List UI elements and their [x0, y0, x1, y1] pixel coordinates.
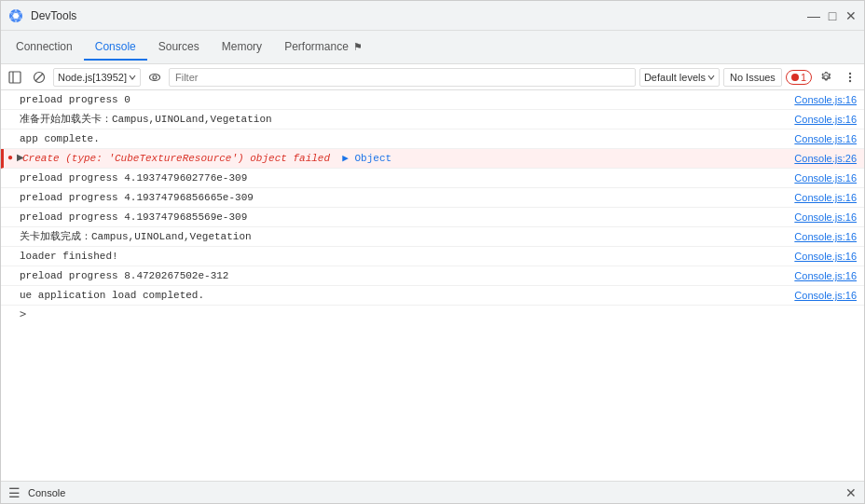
error-count: 1	[801, 72, 806, 83]
console-source-link[interactable]: Console.js:16	[787, 249, 864, 264]
nav-tabs: Connection Console Sources Memory Perfor…	[1, 31, 864, 64]
console-source-link[interactable]: Console.js:16	[787, 210, 864, 225]
console-message: 关卡加载完成：Campus,UINOLand,Vegetation	[20, 229, 787, 244]
performance-icon: ⚑	[353, 41, 363, 53]
console-message: preload progress 8.4720267502e-312	[20, 268, 787, 283]
bottom-close-button[interactable]: ✕	[845, 485, 857, 500]
no-issues-label: No Issues	[730, 72, 776, 83]
error-dot	[791, 74, 799, 81]
console-row: app complete. Console.js:16	[1, 129, 864, 149]
console-source-link[interactable]: Console.js:16	[787, 288, 864, 303]
tab-sources[interactable]: Sources	[147, 34, 211, 61]
console-row: preload progress 0 Console.js:16	[1, 90, 864, 110]
console-row: ue application load completed. Console.j…	[1, 286, 864, 306]
console-toolbar: Node.js[13952] Default levels No Issues …	[1, 64, 864, 90]
console-message: loader finished!	[20, 249, 787, 264]
default-levels-dropdown[interactable]: Default levels	[639, 68, 720, 87]
svg-line-5	[35, 74, 43, 81]
expand-arrow-icon[interactable]: ▶	[17, 152, 24, 162]
svg-point-9	[849, 75, 851, 77]
console-message: preload progress 4.19374796856665e-309	[20, 190, 787, 205]
console-source-link[interactable]: Console.js:16	[787, 112, 864, 127]
devtools-icon	[8, 8, 23, 23]
console-message: 准备开始加载关卡：Campus,UINOLand,Vegetation	[20, 112, 787, 127]
error-keyword: Create (type: 'CubeTextureResource') obj…	[22, 153, 330, 164]
console-row: 准备开始加载关卡：Campus,UINOLand,Vegetation Cons…	[1, 110, 864, 129]
console-input-row: >	[1, 306, 864, 322]
console-output: preload progress 0 Console.js:16 准备开始加载关…	[1, 90, 864, 481]
sidebar-toggle-button[interactable]	[5, 67, 25, 88]
console-message: preload progress 4.1937479602776e-309	[20, 170, 787, 185]
console-row: 关卡加载完成：Campus,UINOLand,Vegetation Consol…	[1, 227, 864, 247]
object-link[interactable]: ▶ Object	[342, 153, 391, 164]
window-controls: — □ ✕	[808, 10, 857, 21]
console-row: loader finished! Console.js:16	[1, 247, 864, 266]
default-levels-label: Default levels	[644, 72, 706, 83]
title-bar: DevTools — □ ✕	[1, 1, 864, 31]
console-message: preload progress 0	[20, 92, 787, 107]
console-source-link[interactable]: Console.js:16	[787, 229, 864, 244]
console-source-link[interactable]: Console.js:16	[787, 170, 864, 185]
svg-point-1	[13, 13, 19, 19]
console-row-error: ● ▶ Create (type: 'CubeTextureResource')…	[1, 149, 864, 169]
svg-point-10	[849, 79, 851, 81]
svg-point-8	[849, 72, 851, 74]
close-button[interactable]: ✕	[845, 10, 857, 21]
filter-input[interactable]	[169, 68, 636, 87]
ban-icon	[33, 71, 46, 84]
tab-console[interactable]: Console	[84, 34, 147, 61]
levels-chevron-icon	[707, 74, 715, 81]
console-source-link[interactable]: Console.js:16	[787, 131, 864, 146]
more-options-button[interactable]	[840, 67, 860, 88]
settings-button[interactable]	[816, 67, 836, 88]
console-source-link[interactable]: Console.js:16	[787, 92, 864, 107]
console-message: ue application load completed.	[20, 288, 787, 303]
eye-icon	[148, 71, 161, 84]
window-title: DevTools	[31, 9, 76, 22]
eye-button[interactable]	[144, 67, 165, 88]
console-source-link[interactable]: Console.js:16	[787, 268, 864, 283]
more-icon	[844, 71, 857, 84]
tab-performance[interactable]: Performance ⚑	[273, 34, 374, 61]
clear-console-button[interactable]	[29, 67, 49, 88]
console-source-link[interactable]: Console.js:26	[787, 151, 864, 166]
console-row: preload progress 8.4720267502e-312 Conso…	[1, 266, 864, 286]
error-icon: ●	[7, 152, 13, 162]
tab-connection[interactable]: Connection	[5, 34, 84, 61]
prompt-symbol: >	[20, 307, 26, 320]
console-message: app complete.	[20, 131, 787, 146]
console-message-error: Create (type: 'CubeTextureResource') obj…	[22, 151, 787, 166]
node-selector-label: Node.js[13952]	[58, 72, 127, 83]
maximize-button[interactable]: □	[827, 10, 838, 21]
svg-rect-2	[9, 72, 21, 83]
bottom-bar: ☰ Console ✕	[1, 481, 864, 503]
console-row: preload progress 4.1937479685569e-309 Co…	[1, 208, 864, 227]
minimize-button[interactable]: —	[808, 10, 819, 21]
no-issues-badge: No Issues	[723, 68, 782, 87]
error-badge[interactable]: 1	[786, 70, 812, 85]
svg-point-7	[153, 75, 157, 79]
node-selector[interactable]: Node.js[13952]	[53, 68, 141, 87]
console-source-link[interactable]: Console.js:16	[787, 190, 864, 205]
tab-memory[interactable]: Memory	[211, 34, 273, 61]
console-row: preload progress 4.19374796856665e-309 C…	[1, 188, 864, 208]
console-row: preload progress 4.1937479602776e-309 Co…	[1, 169, 864, 188]
sidebar-icon	[8, 71, 21, 84]
bottom-console-label: Console	[28, 487, 65, 498]
drawer-icon[interactable]: ☰	[8, 485, 21, 500]
gear-icon	[819, 71, 832, 84]
chevron-down-icon	[129, 74, 136, 81]
console-message: preload progress 4.1937479685569e-309	[20, 210, 787, 225]
